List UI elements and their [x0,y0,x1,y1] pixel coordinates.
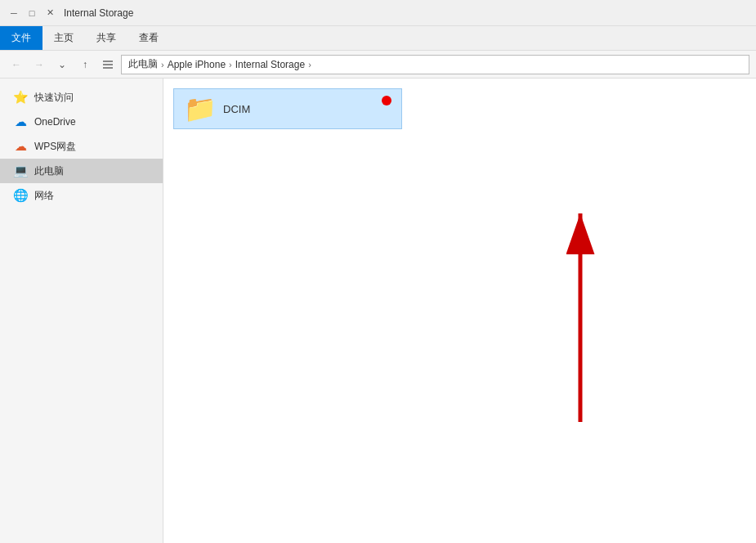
path-apple-iphone: Apple iPhone [168,59,226,70]
address-bar: ← → ⌄ ↑ 此电脑 › Apple iPhone › Internal St… [0,51,756,79]
sidebar: ⭐ 快速访问 ☁ OneDrive ☁ WPS网盘 💻 此电脑 🌐 网络 [0,79,163,543]
close-icon[interactable]: ✕ [42,6,57,20]
minimize-icon[interactable]: ─ [7,6,21,20]
window-title: Internal Storage [64,7,133,19]
sidebar-item-label: 网络 [34,189,54,203]
onedrive-icon: ☁ [13,114,28,129]
svg-rect-0 [103,61,113,62]
back-button[interactable]: ← [7,55,26,74]
menu-tab-home[interactable]: 主页 [42,26,85,50]
title-bar: ─ □ ✕ Internal Storage [0,0,756,26]
folder-dcim[interactable]: 📁 DCIM [173,88,402,129]
up-button[interactable]: ↑ [75,55,95,74]
quick-access-icon: ⭐ [13,90,28,105]
network-icon: 🌐 [13,188,28,203]
forward-button[interactable]: → [29,55,49,74]
sidebar-item-wps[interactable]: ☁ WPS网盘 [0,134,163,159]
folder-inner: 📁 DCIM [184,96,391,122]
recent-locations-button[interactable]: ⌄ [52,55,72,74]
main-layout: ⭐ 快速访问 ☁ OneDrive ☁ WPS网盘 💻 此电脑 🌐 网络 📁 D… [0,79,756,543]
path-this-pc: 此电脑 [128,57,158,71]
menu-tab-share[interactable]: 共享 [85,26,127,50]
sidebar-item-label: OneDrive [34,116,76,128]
svg-rect-2 [103,67,113,69]
path-sep-3: › [308,60,311,70]
menu-tab-file[interactable]: 文件 [0,26,42,50]
this-pc-icon: 💻 [13,164,28,178]
path-sep-1: › [161,60,164,70]
sidebar-item-quick-access[interactable]: ⭐ 快速访问 [0,85,163,110]
sidebar-item-label: WPS网盘 [34,140,76,154]
sidebar-item-label: 快速访问 [34,91,74,105]
content-area[interactable]: 📁 DCIM [163,79,756,543]
menu-bar: 文件 主页 共享 查看 [0,26,756,51]
sidebar-item-this-pc[interactable]: 💻 此电脑 [0,159,163,183]
path-internal-storage: Internal Storage [235,59,305,70]
sidebar-item-label: 此电脑 [34,164,64,178]
folder-badge [382,96,391,105]
path-sep-2: › [229,60,232,70]
svg-rect-1 [103,64,113,65]
maximize-icon[interactable]: □ [25,6,39,20]
address-path[interactable]: 此电脑 › Apple iPhone › Internal Storage › [121,55,749,74]
wps-icon: ☁ [13,139,28,154]
sidebar-item-network[interactable]: 🌐 网络 [0,183,163,208]
window-controls[interactable]: ─ □ ✕ [7,6,57,20]
sidebar-item-onedrive[interactable]: ☁ OneDrive [0,110,163,134]
folder-name: DCIM [223,103,250,115]
menu-tab-view[interactable]: 查看 [127,26,170,50]
folder-icon: 📁 [184,96,217,122]
address-dropdown-button[interactable] [98,55,118,74]
annotation-arrow [163,79,756,543]
